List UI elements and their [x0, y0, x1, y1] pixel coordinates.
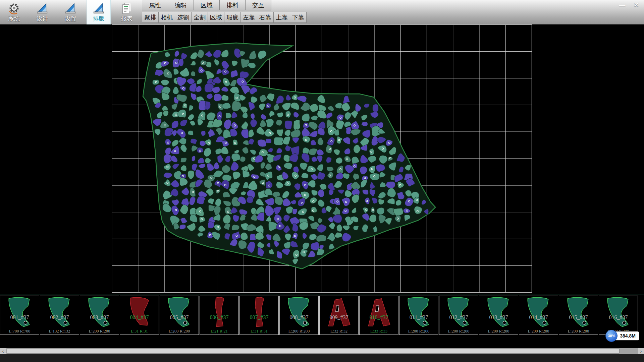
- piece-lr-count: L:200 R:200: [80, 329, 119, 334]
- piece-lr-count: L:200 R:200: [519, 329, 558, 334]
- piece-lr-count: L:21 R:21: [200, 329, 238, 334]
- toolbar-tabs: 系统 设计 设置 排版 报表: [2, 0, 139, 24]
- tool-button-bar: 聚排 相机 选割 全割 区域 瑕疵 左靠 右靠 上靠 下靠: [142, 12, 307, 23]
- thumbnail-cell-11[interactable]: 011_#37 L:200 R:200: [399, 296, 438, 335]
- scroll-track[interactable]: [6, 348, 638, 354]
- thumbnail-cell-5[interactable]: 005_#37 L:200 R:200: [160, 296, 199, 335]
- menu-row1-item-0[interactable]: 属性: [142, 0, 168, 10]
- menu-row2-item-5[interactable]: 瑕疵: [224, 12, 241, 23]
- gear-icon: [8, 2, 20, 14]
- menu-row2-item-3[interactable]: 全割: [191, 12, 208, 23]
- canvas-area[interactable]: [0, 24, 644, 295]
- tab-report[interactable]: 报表: [115, 0, 139, 24]
- nesting-canvas[interactable]: [112, 24, 532, 293]
- piece-name: 004_#37: [120, 314, 159, 320]
- piece-thumbnail-strip: 001_#37 L:700 R:700 002_#37 L:132 R:132 …: [0, 295, 644, 336]
- piece-lr-count: L:200 R:200: [399, 329, 438, 334]
- close-button[interactable]: ✕: [632, 1, 641, 9]
- scroll-thumb[interactable]: [7, 348, 620, 354]
- top-toolbar: 系统 设计 设置 排版 报表 属性 编辑 区域 排料 交互 聚排 相机 选割 全…: [0, 0, 644, 24]
- tab-settings[interactable]: 设置: [58, 0, 83, 24]
- tab-nesting[interactable]: 排版: [87, 0, 111, 24]
- menu-row2-item-7[interactable]: 右靠: [257, 12, 274, 23]
- menu-row2-item-2[interactable]: 选割: [175, 12, 192, 23]
- scroll-left-arrow[interactable]: ‹: [0, 348, 6, 354]
- menu-row1-item-4[interactable]: 交互: [245, 0, 271, 10]
- tab-design[interactable]: 设计: [30, 0, 54, 24]
- piece-name: 005_#37: [160, 314, 199, 320]
- minimize-button[interactable]: —: [618, 1, 627, 9]
- piece-name: 011_#37: [399, 314, 438, 320]
- thumbnail-cell-13[interactable]: 013_#37 L:200 R:200: [479, 296, 518, 335]
- piece-lr-count: L:200 R:200: [160, 329, 199, 334]
- piece-lr-count: L:132 R:132: [40, 329, 79, 334]
- menu-row2-item-0[interactable]: 聚排: [142, 12, 159, 23]
- piece-lr-count: L:33 R:33: [360, 329, 398, 334]
- piece-lr-count: L:700 R:700: [0, 329, 39, 334]
- thumbnail-cell-1[interactable]: 001_#37 L:700 R:700: [0, 296, 39, 335]
- thumbnail-cell-14[interactable]: 014_#37 L:200 R:200: [519, 296, 558, 335]
- piece-name: 012_#37: [439, 314, 478, 320]
- piece-lr-count: L:200 R:200: [479, 329, 518, 334]
- app-window: 系统 设计 设置 排版 报表 属性 编辑 区域 排料 交互 聚排 相机 选割 全…: [0, 0, 644, 362]
- horizontal-scrollbar[interactable]: ‹ ›: [0, 348, 644, 354]
- piece-lr-count: L:200 R:200: [280, 329, 318, 334]
- window-controls: — ✕: [618, 1, 641, 9]
- piece-name: 001_#37: [0, 314, 39, 320]
- menu-row1-item-2[interactable]: 区域: [194, 0, 220, 10]
- piece-lr-count: L:200 R:200: [439, 329, 478, 334]
- piece-name: 009_#37: [320, 314, 358, 320]
- status-indicator: 38% 384.8M: [605, 330, 639, 342]
- menu-row2-item-1[interactable]: 相机: [158, 12, 175, 23]
- piece-lr-count: L:32 R:32: [320, 329, 358, 334]
- thumbnail-cell-10[interactable]: 010_#37 L:33 R:33: [359, 296, 398, 335]
- nesting-icon: [93, 2, 105, 14]
- scroll-right-arrow[interactable]: ›: [638, 348, 644, 354]
- thumbnail-cell-9[interactable]: 009_#37 L:32 R:32: [319, 296, 359, 335]
- piece-name: 003_#37: [80, 314, 119, 320]
- thumbnail-cell-4[interactable]: 004_#37 L:31 R:31: [120, 296, 159, 335]
- menu-row2-item-9[interactable]: 下靠: [290, 12, 307, 23]
- piece-name: 015_#37: [559, 314, 598, 320]
- design-icon: [36, 2, 48, 14]
- thumbnail-cell-6[interactable]: 006_#37 L:21 R:21: [200, 296, 239, 335]
- piece-lr-count: L:200 R:200: [559, 329, 598, 334]
- menu-row2-item-8[interactable]: 上靠: [273, 12, 290, 23]
- thumbnail-cell-8[interactable]: 008_#37 L:200 R:200: [279, 296, 319, 335]
- tab-gear[interactable]: 系统: [2, 0, 26, 24]
- piece-name: 010_#37: [360, 314, 398, 320]
- thumbnail-cell-2[interactable]: 002_#37 L:132 R:132: [40, 296, 79, 335]
- thumbnail-cell-12[interactable]: 012_#37 L:200 R:200: [439, 296, 478, 335]
- piece-name: 014_#37: [519, 314, 558, 320]
- piece-name: 006_#37: [200, 314, 238, 320]
- piece-name: 013_#37: [479, 314, 518, 320]
- menu-row2-item-6[interactable]: 左靠: [240, 12, 257, 23]
- piece-lr-count: L:31 R:31: [120, 329, 159, 334]
- memory-indicator: 384.8M: [615, 331, 639, 341]
- strip-divider: [0, 346, 644, 346]
- thumbnail-cell-7[interactable]: 007_#37 L:31 R:31: [239, 296, 279, 335]
- thumbnail-cell-15[interactable]: 015_#37 L:200 R:200: [559, 296, 598, 335]
- menu-row1-item-1[interactable]: 编辑: [168, 0, 194, 10]
- thumbnail-cell-3[interactable]: 003_#37 L:200 R:200: [80, 296, 119, 335]
- piece-name: 007_#37: [240, 314, 278, 320]
- menu-row1-item-3[interactable]: 排料: [219, 0, 246, 10]
- piece-lr-count: L:31 R:31: [240, 329, 278, 334]
- thumbnail-cell-16[interactable]: 016_#37 L:200 R:200: [599, 296, 638, 335]
- settings-icon: [64, 2, 76, 14]
- menu-bar: 属性 编辑 区域 排料 交互: [142, 0, 307, 10]
- window-bottom-edge: [0, 354, 644, 362]
- menu-row2-item-4[interactable]: 区域: [208, 12, 224, 23]
- piece-name: 002_#37: [40, 314, 79, 320]
- piece-name: 016_#37: [599, 314, 638, 320]
- piece-name: 008_#37: [280, 314, 318, 320]
- menu-area: 属性 编辑 区域 排料 交互 聚排 相机 选割 全割 区域 瑕疵 左靠 右靠 上…: [142, 0, 307, 23]
- report-icon: [121, 2, 133, 14]
